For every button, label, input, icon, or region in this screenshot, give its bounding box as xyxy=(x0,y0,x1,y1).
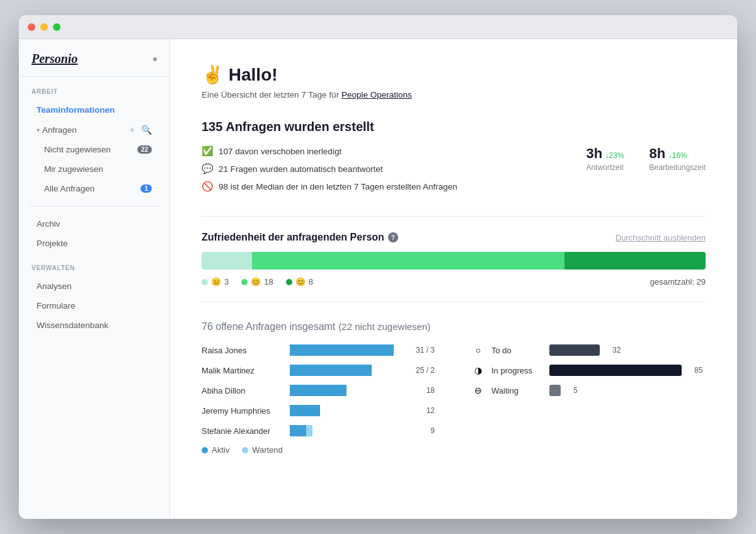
person-bar xyxy=(290,425,312,436)
satisfaction-bar xyxy=(202,252,706,270)
sidebar-item-label: Formulare xyxy=(37,301,76,310)
person-bar-container xyxy=(290,385,415,396)
sidebar: Personio ARBEIT Teaminformationen ▾ Anfr… xyxy=(19,39,170,519)
open-requests-header: 76 offene Anfragen insgesamt (22 nicht z… xyxy=(202,320,706,333)
legend-circle-wartend xyxy=(242,447,248,453)
stats-row: ✅ 107 davon verschoben inerledigt 💬 21 F… xyxy=(202,145,706,198)
legend-wartend-label: Wartend xyxy=(252,445,283,455)
sidebar-item-formulare[interactable]: Formulare xyxy=(24,297,164,315)
stats-list: ✅ 107 davon verschoben inerledigt 💬 21 F… xyxy=(202,145,561,198)
sidebar-item-label: Mir zugewiesen xyxy=(44,164,103,174)
progress-bar xyxy=(549,365,682,376)
satisfaction-title: Zufriedenheit der anfragenden Person ? xyxy=(202,232,398,243)
progress-icon: ◑ xyxy=(472,365,484,375)
sidebar-section-arbeit: ARBEIT xyxy=(19,77,169,100)
progress-label: In progress xyxy=(491,366,542,375)
sidebar-item-projekte[interactable]: Projekte xyxy=(24,234,164,253)
chevron-icon: ▾ xyxy=(37,127,40,134)
search-icon[interactable]: 🔍 xyxy=(141,125,152,135)
sidebar-item-archiv[interactable]: Archiv xyxy=(24,215,164,233)
divider-2 xyxy=(202,302,706,302)
subtitle-link[interactable]: People Operations xyxy=(341,90,412,99)
person-count: 25 / 2 xyxy=(416,366,435,375)
time-value: 8h ↓16% xyxy=(650,145,706,162)
add-icon[interactable]: + xyxy=(130,125,135,135)
stat-item-0: ✅ 107 davon verschoben inerledigt xyxy=(202,145,561,157)
open-requests-title: 76 offene Anfragen insgesamt xyxy=(202,321,335,332)
legend-count-1: 18 xyxy=(264,277,273,287)
time-change: ↓16% xyxy=(668,151,687,160)
minimize-button[interactable] xyxy=(40,23,48,31)
hide-average-link[interactable]: Durchschnitt ausblenden xyxy=(616,233,706,242)
stat-item-2: 🚫 98 ist der Median der in den letzten 7… xyxy=(202,181,561,192)
sidebar-item-alle-anfragen[interactable]: Alle Anfragen 1 xyxy=(24,179,164,198)
todo-bar xyxy=(549,344,600,356)
person-row-4: Stefanie Alexander 9 xyxy=(202,425,435,436)
person-bar-active xyxy=(290,344,394,356)
legend-aktiv-label: Aktiv xyxy=(212,445,229,455)
open-requests-sub: (22 nicht zugewiesen) xyxy=(338,321,430,332)
bar-light xyxy=(202,252,252,270)
sidebar-item-label: Archiv xyxy=(37,219,60,229)
sidebar-item-label: Projekte xyxy=(37,239,68,248)
greeting: ✌️ Hallo! xyxy=(202,64,706,85)
bar-legend: Aktiv Wartend xyxy=(202,445,435,455)
person-bar xyxy=(290,344,394,356)
sidebar-item-teaminformationen[interactable]: Teaminformationen xyxy=(24,101,164,119)
person-row-3: Jeremy Humphries 12 xyxy=(202,405,435,416)
status-list: ○ To do 32 ◑ In progress 85 ⊖ Waiting xyxy=(472,344,706,455)
app-window: Personio ARBEIT Teaminformationen ▾ Anfr… xyxy=(19,15,737,519)
anfragen-header[interactable]: ▾ Anfragen + 🔍 xyxy=(24,120,164,139)
requests-grid: Raisa Jones 31 / 3 Malik Martinez xyxy=(202,344,706,455)
status-row-waiting: ⊖ Waiting 5 xyxy=(472,385,706,396)
person-bar xyxy=(290,405,320,416)
legend-dot-0 xyxy=(202,279,208,285)
person-bar-container xyxy=(290,344,404,356)
alle-anfragen-badge: 1 xyxy=(140,185,152,193)
progress-count: 85 xyxy=(694,366,702,375)
chat-icon: 💬 xyxy=(202,163,214,174)
sidebar-item-wissensdatenbank[interactable]: Wissensdatenbank xyxy=(24,316,164,334)
legend-item-2: 😊 8 xyxy=(286,277,313,287)
person-name: Malik Martinez xyxy=(202,366,284,375)
person-name: Jeremy Humphries xyxy=(202,406,284,416)
waiting-bar xyxy=(549,385,561,396)
person-name: Abiha Dillon xyxy=(202,386,284,395)
todo-icon: ○ xyxy=(472,345,484,355)
sidebar-item-label: Wissensdatenbank xyxy=(37,321,108,330)
sidebar-item-label: Nicht zugewiesen xyxy=(44,145,111,154)
status-row-progress: ◑ In progress 85 xyxy=(472,365,706,376)
close-button[interactable] xyxy=(28,23,35,31)
legend-icon-0: 😐 xyxy=(211,277,221,287)
person-bar-active xyxy=(290,385,346,396)
legend-count-0: 3 xyxy=(224,277,229,287)
legend-count-2: 8 xyxy=(309,277,313,287)
legend-dot-2 xyxy=(286,279,292,285)
sidebar-item-label: Analysen xyxy=(37,281,72,291)
person-bar-active xyxy=(290,365,372,376)
time-stat-0: 3h ↓23% Antwortzeit xyxy=(586,145,624,172)
person-name: Stefanie Alexander xyxy=(202,426,284,436)
waiting-count: 5 xyxy=(573,386,578,395)
legend-dot-1 xyxy=(241,279,248,285)
sidebar-item-mir-zugewiesen[interactable]: Mir zugewiesen xyxy=(24,160,164,178)
todo-count: 32 xyxy=(612,346,621,355)
legend-icon-1: 😊 xyxy=(251,277,261,287)
person-bar-container xyxy=(290,405,415,416)
subtitle-prefix: Eine Übersicht der letzten 7 Tage für xyxy=(202,90,341,99)
legend-item-0: 😐 3 xyxy=(202,277,229,287)
person-bar-container xyxy=(290,425,419,436)
stat-text: 107 davon verschoben inerledigt xyxy=(219,147,341,156)
legend-circle-aktiv xyxy=(202,447,208,453)
time-label: Bearbeitungszeit xyxy=(650,163,706,172)
maximize-button[interactable] xyxy=(53,23,60,31)
subtitle: Eine Übersicht der letzten 7 Tage für Pe… xyxy=(202,90,706,99)
stat-text: 21 Fragen wurden automatisch beantwortet xyxy=(219,164,382,174)
logo-text: Personio xyxy=(32,52,77,66)
sidebar-item-nicht-zugewiesen[interactable]: Nicht zugewiesen 22 xyxy=(24,140,164,159)
status-row-todo: ○ To do 32 xyxy=(472,344,706,356)
sidebar-item-analysen[interactable]: Analysen xyxy=(24,277,164,295)
person-row-0: Raisa Jones 31 / 3 xyxy=(202,344,435,356)
stats-header: 135 Anfragen wurden erstellt xyxy=(202,120,706,134)
sidebar-section-verwalten: VERWALTEN xyxy=(19,253,169,276)
